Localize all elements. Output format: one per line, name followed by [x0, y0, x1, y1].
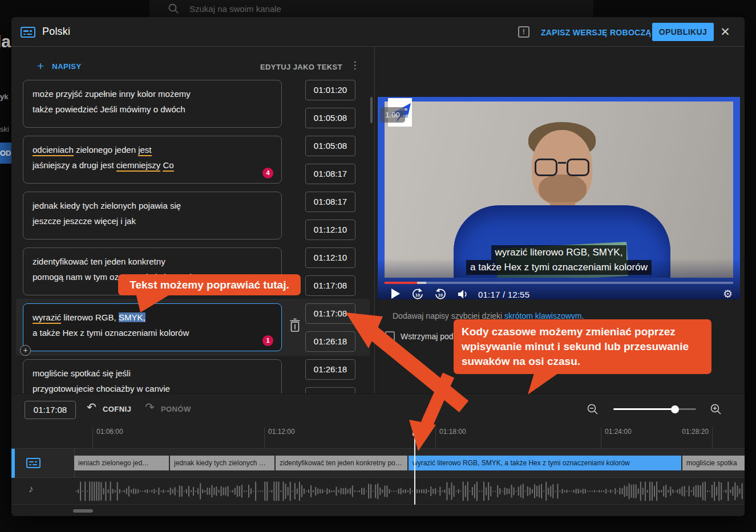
track-accent-bar: [11, 449, 15, 478]
caption-text-box[interactable]: mogliście spotkać się jeśliprzygotowujec…: [23, 359, 282, 393]
timeline-horizontal-scrollbar[interactable]: [73, 509, 93, 513]
caption-text-box[interactable]: jednak kiedy tych zielonych pojawia sięj…: [23, 192, 282, 239]
end-timecode-box[interactable]: 01:17:08: [305, 275, 355, 296]
dialog-header: Polski ! ZAPISZ WERSJĘ ROBOCZĄ OPUBLIKUJ…: [11, 17, 745, 47]
subtitle-overlay-line2: a także Hex z tymi oznaczeniami kolorów: [466, 260, 652, 275]
bg-text-fragment: yk: [0, 92, 8, 101]
delete-caption-icon[interactable]: [289, 318, 301, 333]
subtitle-overlay-line1: wyrazić literowo RGB, SMYK,: [491, 245, 627, 260]
ruler-tick-label: 01:06:00: [96, 428, 123, 436]
add-captions-label: NAPISY: [52, 62, 81, 71]
ruler-tick: [601, 427, 601, 448]
timeline-segment[interactable]: jednak kiedy tych zielonych …: [170, 456, 274, 470]
timeline-segment[interactable]: ieniach zielonego jed…: [74, 456, 169, 470]
caption-line: może przyjść zupełnie inny kolor możemy: [33, 86, 272, 101]
caption-entry-row: odcieniach zielonego jeden jestjaśniejsz…: [11, 136, 374, 184]
language-title: Polski: [42, 26, 70, 38]
settings-gear-icon[interactable]: ⚙: [723, 287, 733, 300]
caption-text-box[interactable]: odcieniach zielonego jeden jestjaśniejsz…: [23, 136, 282, 184]
spellcheck-underlined-word: odcieniach: [33, 145, 74, 156]
undo-button[interactable]: COFNIJ: [103, 405, 131, 413]
ruler-tick: [264, 427, 265, 448]
ruler-tick: [435, 427, 436, 448]
timeline-segment-active[interactable]: wyrazić literowo RGB, SMYK, a także Hex …: [409, 456, 681, 470]
issue-count-badge: 1: [262, 335, 273, 346]
bg-button-fragment: OD: [0, 143, 12, 164]
play-button[interactable]: [391, 289, 400, 299]
caption-line: odcieniach zielonego jeden jest: [33, 142, 272, 157]
ruler-tick-label: 01:12:00: [268, 428, 295, 436]
add-captions-button[interactable]: + NAPISY: [37, 60, 82, 72]
svg-text:10: 10: [438, 293, 443, 298]
issue-count-badge: 4: [262, 168, 273, 178]
zoom-out-icon[interactable]: [587, 403, 599, 416]
caption-line: jednak kiedy tych zielonych pojawia się: [33, 198, 272, 213]
end-timecode-box[interactable]: 01:05:08: [305, 108, 355, 128]
caption-line: a także Hex z tymi oznaczeniami kolorów: [33, 325, 272, 340]
close-icon[interactable]: ✕: [719, 26, 731, 38]
subtitle-track-icon: [26, 458, 41, 468]
time-display: 01:17 / 12:55: [478, 290, 529, 299]
insert-caption-button[interactable]: +: [20, 345, 31, 356]
caption-line: przygotowujecie chociażby w canvie: [33, 381, 272, 393]
start-timecode-box[interactable]: 01:17:08: [305, 303, 355, 324]
timeline-zoom-slider[interactable]: [613, 408, 696, 410]
entry-list-scrollbar[interactable]: [370, 97, 373, 123]
zoom-slider-thumb[interactable]: [671, 405, 679, 413]
current-timecode-input[interactable]: 01:17:08: [25, 401, 76, 419]
caption-text-box[interactable]: wyrazić literowo RGB, SMYK,a także Hex z…: [23, 303, 282, 351]
redo-button[interactable]: PONÓW: [161, 405, 191, 413]
start-timecode-box[interactable]: 01:26:18: [305, 359, 355, 380]
caption-text-box[interactable]: może przyjść zupełnie inny kolor możemyt…: [23, 80, 282, 128]
end-timecode-box[interactable]: 01:12:10: [305, 220, 355, 240]
ruler-tick-label: 01:28:20: [682, 428, 709, 436]
subtitle-editor-dialog: Polski ! ZAPISZ WERSJĘ ROBOCZĄ OPUBLIKUJ…: [11, 17, 745, 516]
edit-as-text-button[interactable]: EDYTUJ JAKO TEKST: [254, 63, 342, 71]
caption-entry-list: może przyjść zupełnie inny kolor możemyt…: [11, 74, 374, 393]
annotation-callout-timecodes: Kody czasowe możemy zmieniać poprzez wpi…: [454, 319, 711, 374]
redo-icon: ↷: [145, 400, 155, 414]
pause-checkbox[interactable]: [385, 331, 395, 341]
plus-icon: +: [37, 60, 44, 72]
caption-line: także powiedzieć Jeśli mówimy o dwóch: [33, 101, 272, 117]
feedback-icon[interactable]: !: [518, 26, 529, 38]
presenter-glasses: [535, 159, 589, 178]
caption-line: mogliście spotkać się jeśli: [33, 366, 272, 381]
timeline-segment[interactable]: zidentyfikować ten jeden konkretny po…: [276, 456, 407, 470]
start-timecode-box[interactable]: 01:12:10: [305, 247, 355, 268]
caption-line: zidentyfikować ten jeden konkretny: [33, 254, 272, 269]
zoom-in-icon[interactable]: [710, 403, 722, 416]
ruler-tick: [712, 427, 713, 448]
start-timecode-box[interactable]: 01:08:17: [305, 192, 355, 212]
forward-10-icon[interactable]: 10: [434, 287, 447, 301]
video-progress-bar[interactable]: [385, 282, 733, 284]
end-timecode-box[interactable]: 01:33:01: [305, 387, 355, 393]
audio-track[interactable]: ♪: [11, 478, 745, 505]
more-options-icon[interactable]: ⋮: [349, 59, 361, 73]
bg-text-fragment: la: [0, 32, 11, 51]
undo-icon[interactable]: ↶: [87, 400, 96, 414]
caption-entry-row: może przyjść zupełnie inny kolor możemyt…: [11, 80, 374, 128]
spellcheck-underlined-word: jest: [138, 145, 151, 156]
start-timecode-box[interactable]: 01:01:20: [305, 80, 355, 100]
timeline-ruler[interactable]: 01:06:0001:12:0001:18:0001:24:0001:28:20: [11, 425, 745, 448]
search-placeholder: Szukaj na swoim kanale: [189, 4, 281, 14]
channel-search-bar[interactable]: Szukaj na swoim kanale: [149, 0, 593, 17]
save-draft-button[interactable]: ZAPISZ WERSJĘ ROBOCZĄ: [541, 28, 652, 37]
playback-speed-badge: 1.00: [380, 107, 405, 123]
timeline-toolbar: 01:17:08 ↶ COFNIJ ↷ PONÓW: [11, 393, 745, 425]
start-timecode-box[interactable]: 01:05:08: [305, 136, 355, 156]
audio-waveform: [75, 478, 743, 505]
svg-text:10: 10: [415, 293, 420, 298]
pause-while-typing-row: Wstrzymaj pod: [385, 331, 454, 341]
caption-entry-row: wyrazić literowo RGB, SMYK,a także Hex z…: [11, 303, 374, 351]
rewind-10-icon[interactable]: 10: [411, 287, 425, 301]
timeline-segment[interactable]: mogliście spotka: [682, 456, 745, 470]
end-timecode-box[interactable]: 01:08:17: [305, 164, 355, 184]
video-player[interactable]: SEKTOR 3.0 1.00 wyrazić literowo RGB, SM…: [378, 97, 740, 299]
end-timecode-box[interactable]: 01:26:18: [305, 331, 355, 352]
playhead-line[interactable]: [414, 436, 415, 505]
volume-icon[interactable]: [458, 289, 470, 299]
caption-line: wyrazić literowo RGB, SMYK,: [33, 310, 272, 325]
publish-button[interactable]: OPUBLIKUJ: [652, 23, 714, 41]
